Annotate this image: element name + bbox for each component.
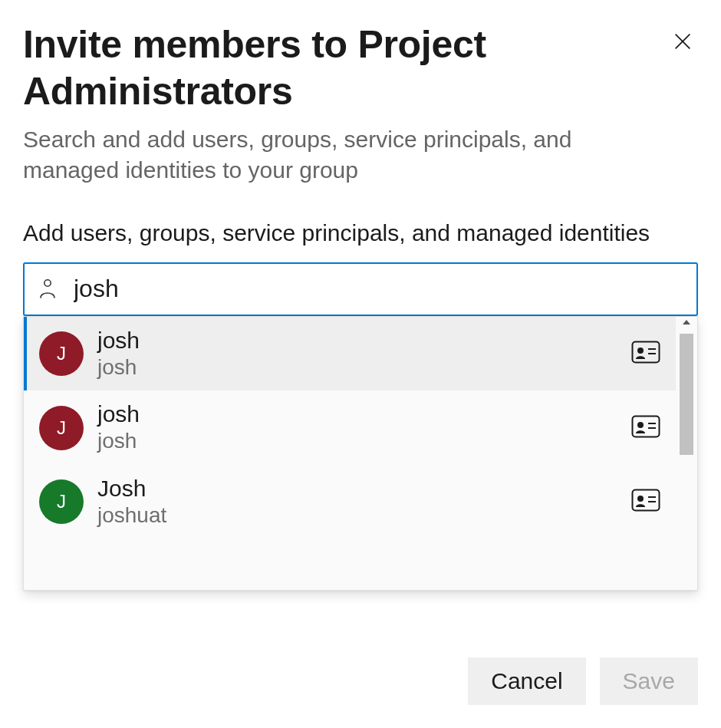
search-result-item[interactable]: Jjoshjosh <box>24 390 676 465</box>
dialog-footer: Cancel Save <box>468 657 698 705</box>
svg-point-4 <box>637 348 644 354</box>
avatar: J <box>39 479 84 524</box>
svg-rect-7 <box>633 416 660 436</box>
contact-card-icon <box>631 415 660 438</box>
svg-point-12 <box>637 496 644 502</box>
result-text: joshjosh <box>97 328 617 380</box>
search-results-dropdown: JjoshjoshJjoshjoshJJoshjoshuat <box>23 316 698 591</box>
search-box[interactable] <box>23 262 698 316</box>
svg-rect-11 <box>633 490 660 511</box>
search-field-wrap: JjoshjoshJjoshjoshJJoshjoshuat <box>23 262 698 316</box>
result-name: Josh <box>97 476 617 501</box>
result-name: josh <box>97 328 617 353</box>
save-button[interactable]: Save <box>600 657 698 705</box>
scroll-up-arrow-icon[interactable] <box>679 317 694 328</box>
person-icon <box>38 278 57 300</box>
close-button[interactable] <box>667 26 698 57</box>
svg-rect-3 <box>633 341 660 362</box>
svg-point-2 <box>44 279 51 285</box>
contact-card-icon <box>631 489 660 512</box>
view-contact-card-button[interactable] <box>631 415 660 441</box>
search-field-label: Add users, groups, service principals, a… <box>23 218 683 249</box>
search-result-item[interactable]: JJoshjoshuat <box>24 465 676 539</box>
avatar: J <box>39 406 84 450</box>
dialog-header: Invite members to Project Administrators <box>23 21 698 115</box>
invite-members-dialog: Invite members to Project Administrators… <box>0 0 721 728</box>
result-subtext: josh <box>97 354 617 380</box>
cancel-button[interactable]: Cancel <box>468 657 585 705</box>
search-input[interactable] <box>74 275 683 303</box>
scrollbar-thumb[interactable] <box>680 334 693 455</box>
result-subtext: joshuat <box>97 502 617 529</box>
view-contact-card-button[interactable] <box>631 489 660 515</box>
dialog-subtitle: Search and add users, groups, service pr… <box>23 124 652 186</box>
result-text: joshjosh <box>97 401 617 454</box>
search-results-list: JjoshjoshJjoshjoshJJoshjoshuat <box>24 317 676 590</box>
view-contact-card-button[interactable] <box>631 341 660 367</box>
search-result-item[interactable]: Jjoshjosh <box>24 317 676 391</box>
result-text: Joshjoshuat <box>97 476 617 529</box>
dialog-title: Invite members to Project Administrators <box>23 21 621 115</box>
result-subtext: josh <box>97 428 617 454</box>
avatar: J <box>39 331 84 376</box>
contact-card-icon <box>631 341 660 364</box>
svg-point-8 <box>637 422 644 428</box>
close-icon <box>672 31 693 52</box>
result-name: josh <box>97 401 617 427</box>
